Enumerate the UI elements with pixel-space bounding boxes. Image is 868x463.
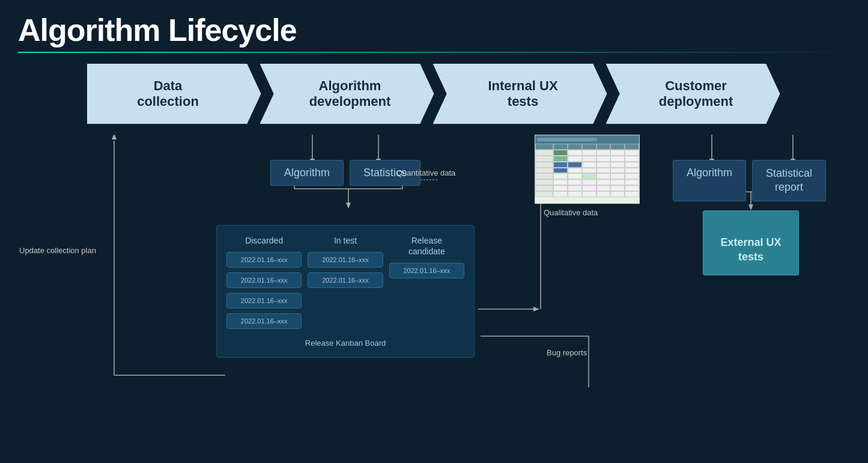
customer-output-boxes: Algorithm Statistical report bbox=[673, 160, 826, 201]
algorithm2-box: Algorithm bbox=[673, 160, 746, 201]
update-collection-label: Update collection plan bbox=[19, 246, 96, 255]
kanban-card: 2022.01.16–xxx bbox=[226, 293, 302, 308]
algo-stats-container: Algorithm Statistics Quantitative data bbox=[270, 160, 420, 186]
kanban-header-discarded: Discarded bbox=[226, 235, 302, 246]
pipeline-step-customer-deployment: Customer deployment bbox=[606, 64, 780, 124]
page: Algorithm Lifecycle Data collection Algo… bbox=[0, 0, 868, 463]
kanban-card: 2022.01.16–xxx bbox=[226, 272, 302, 288]
kanban-title-label: Release Kanban Board bbox=[226, 339, 464, 348]
svg-marker-28 bbox=[112, 135, 117, 140]
svg-marker-11 bbox=[533, 307, 539, 311]
pipeline-step-data-collection: Data collection bbox=[87, 64, 261, 124]
page-title: Algorithm Lifecycle bbox=[18, 12, 850, 48]
external-ux-box: External UXtests bbox=[703, 210, 799, 275]
kanban-card: 2022.01.16–xxx bbox=[226, 252, 302, 268]
qualitative-data-label: Qualitative data bbox=[544, 208, 598, 217]
svg-marker-8 bbox=[346, 203, 351, 209]
pipeline: Data collection Algorithm development In… bbox=[18, 64, 850, 124]
svg-marker-23 bbox=[748, 204, 753, 210]
kanban-board: Discarded 2022.01.16–xxx 2022.01.16–xxx … bbox=[216, 225, 475, 358]
kanban-card: 2022.01.16–xxx bbox=[389, 263, 464, 278]
algorithm-box: Algorithm bbox=[270, 160, 344, 186]
kanban-card: 2022.01.16–xxx bbox=[226, 313, 302, 329]
kanban-col-release-candidate: Release candidate 2022.01.16–xxx bbox=[389, 235, 464, 334]
quantitative-data-label: Quantitative data bbox=[396, 168, 455, 177]
kanban-header-in-test: In test bbox=[308, 235, 383, 246]
bug-reports-label: Bug reports bbox=[547, 348, 587, 357]
kanban-header-release-candidate: Release candidate bbox=[389, 235, 464, 257]
kanban-card: 2022.01.16–xxx bbox=[308, 272, 383, 288]
statistical-report-box: Statistical report bbox=[752, 160, 826, 201]
kanban-col-in-test: In test 2022.01.16–xxx 2022.01.16–xxx bbox=[308, 235, 383, 334]
kanban-card: 2022.01.16–xxx bbox=[308, 252, 383, 268]
kanban-columns: Discarded 2022.01.16–xxx 2022.01.16–xxx … bbox=[226, 235, 464, 334]
kanban-col-discarded: Discarded 2022.01.16–xxx 2022.01.16–xxx … bbox=[226, 235, 302, 334]
pipeline-step-internal-ux: Internal UX tests bbox=[433, 64, 607, 124]
title-underline bbox=[18, 52, 850, 53]
spreadsheet-thumbnail bbox=[535, 135, 640, 204]
pipeline-step-algorithm-dev: Algorithm development bbox=[260, 64, 434, 124]
